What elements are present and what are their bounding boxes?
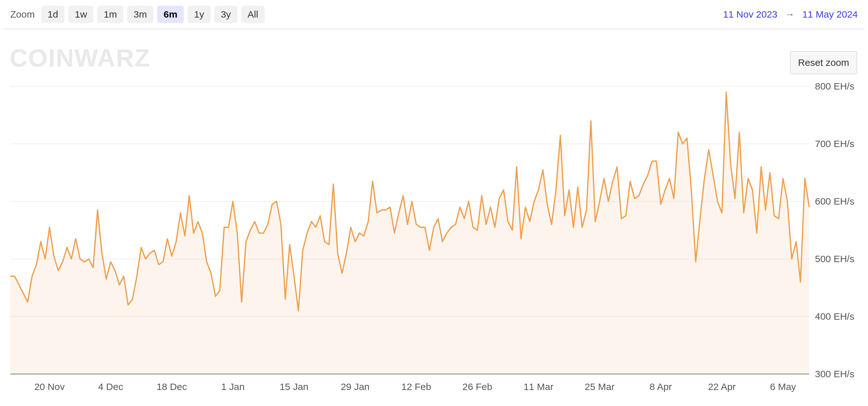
plot-area[interactable]: 300 EH/s400 EH/s500 EH/s600 EH/s700 EH/s… bbox=[10, 41, 858, 403]
y-tick-label: 600 EH/s bbox=[815, 196, 854, 207]
x-tick-label: 6 May bbox=[770, 381, 796, 392]
y-tick-label: 800 EH/s bbox=[815, 81, 854, 91]
x-tick-label: 8 Apr bbox=[649, 381, 672, 392]
y-tick-label: 500 EH/s bbox=[815, 253, 854, 264]
zoom-label: Zoom bbox=[10, 9, 35, 20]
x-tick-label: 18 Dec bbox=[157, 381, 187, 392]
zoom-button-1m[interactable]: 1m bbox=[97, 6, 123, 23]
zoom-button-all[interactable]: All bbox=[241, 6, 265, 23]
x-tick-label: 4 Dec bbox=[98, 381, 123, 392]
zoom-button-6m[interactable]: 6m bbox=[157, 6, 184, 23]
zoom-button-group: 1d1w1m3m6m1y3yAll bbox=[41, 6, 265, 23]
x-tick-label: 11 Mar bbox=[524, 381, 553, 392]
arrow-right-icon: → bbox=[785, 9, 795, 20]
zoom-button-1w[interactable]: 1w bbox=[68, 6, 93, 23]
y-tick-label: 400 EH/s bbox=[815, 311, 854, 322]
y-tick-label: 700 EH/s bbox=[815, 138, 854, 149]
y-tick-label: 300 EH/s bbox=[815, 369, 854, 379]
x-tick-label: 22 Apr bbox=[708, 381, 736, 392]
series-area bbox=[10, 92, 809, 374]
date-to[interactable]: 11 May 2024 bbox=[803, 9, 858, 20]
toolbar-divider bbox=[3, 29, 865, 29]
zoom-button-1d[interactable]: 1d bbox=[41, 6, 65, 23]
x-tick-label: 20 Nov bbox=[34, 381, 65, 392]
zoom-button-1y[interactable]: 1y bbox=[188, 6, 211, 23]
chart-svg[interactable]: 300 EH/s400 EH/s500 EH/s600 EH/s700 EH/s… bbox=[10, 41, 858, 403]
date-range: 11 Nov 2023 → 11 May 2024 bbox=[723, 9, 858, 20]
x-tick-label: 1 Jan bbox=[221, 381, 245, 392]
chart-container: Zoom 1d1w1m3m6m1y3yAll 11 Nov 2023 → 11 … bbox=[0, 0, 868, 406]
x-tick-label: 29 Jan bbox=[341, 381, 369, 392]
date-from[interactable]: 11 Nov 2023 bbox=[723, 9, 777, 20]
zoom-button-3m[interactable]: 3m bbox=[127, 6, 153, 23]
chart-toolbar: Zoom 1d1w1m3m6m1y3yAll 11 Nov 2023 → 11 … bbox=[0, 0, 868, 29]
x-tick-label: 25 Mar bbox=[585, 381, 615, 392]
x-tick-label: 12 Feb bbox=[401, 381, 431, 392]
zoom-button-3y[interactable]: 3y bbox=[214, 6, 238, 23]
x-tick-label: 15 Jan bbox=[280, 381, 308, 392]
x-tick-label: 26 Feb bbox=[462, 381, 492, 392]
